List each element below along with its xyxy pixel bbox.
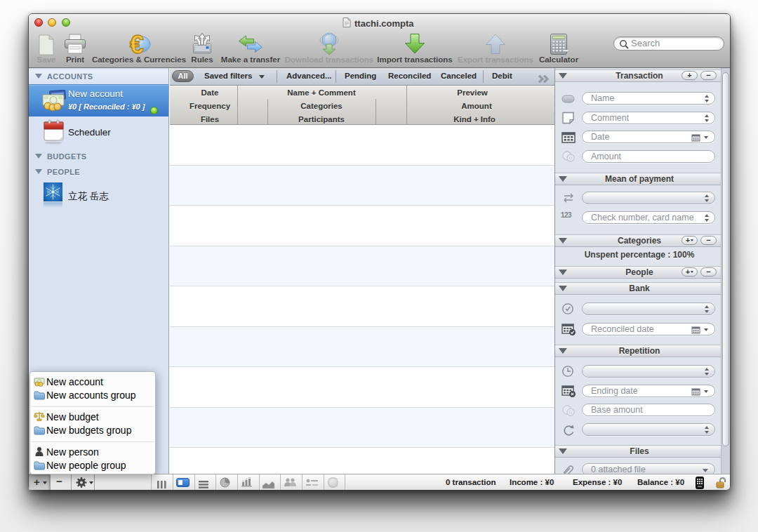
svg-text:€: € xyxy=(130,33,144,55)
